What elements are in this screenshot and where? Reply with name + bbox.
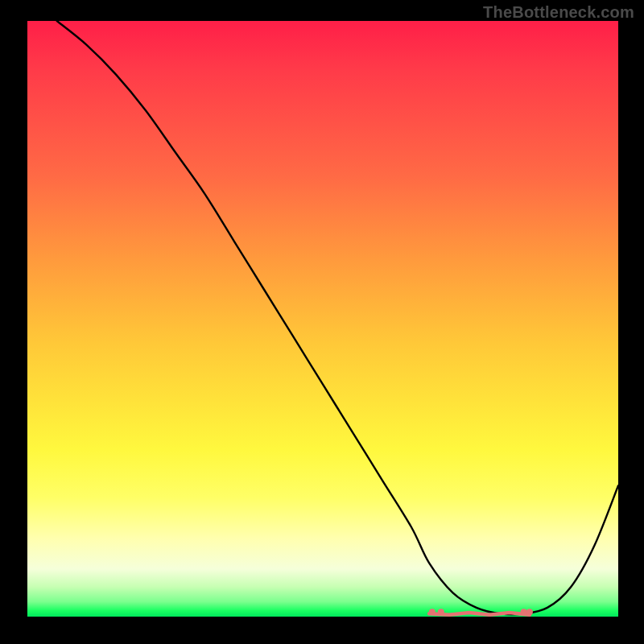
floor-marker-dot bbox=[521, 609, 527, 615]
floor-marker-line bbox=[429, 613, 530, 615]
floor-marker-dot bbox=[526, 609, 533, 615]
floor-marker-dot bbox=[429, 609, 436, 615]
floor-marker-dot bbox=[438, 609, 444, 615]
watermark-text: TheBottleneck.com bbox=[483, 3, 634, 22]
chart-frame: TheBottleneck.com bbox=[0, 0, 644, 644]
curve-svg bbox=[27, 21, 618, 617]
bottleneck-curve bbox=[57, 21, 618, 614]
plot-area bbox=[27, 21, 618, 617]
